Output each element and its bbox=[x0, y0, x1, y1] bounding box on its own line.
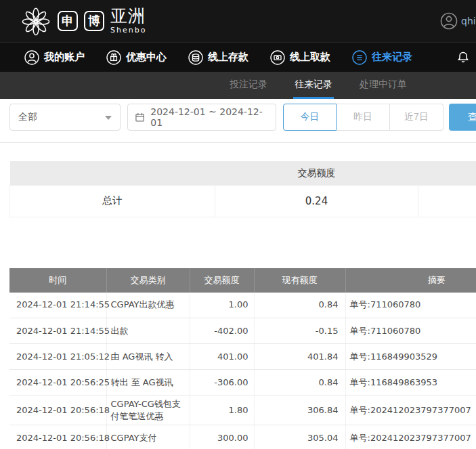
nav-label: 线上取款 bbox=[290, 51, 330, 64]
filter-bar: 全部 2024-12-01 ~ 2024-12-01 今日 昨日 近7日 查询 bbox=[0, 99, 476, 143]
tab-label: 处理中订单 bbox=[360, 79, 407, 91]
nav-item-my-account[interactable]: 我的账户 bbox=[24, 50, 85, 65]
cell-type: 出款 bbox=[106, 318, 190, 344]
cell-balance: 401.84 bbox=[254, 344, 345, 370]
cell-time: 2024-12-01 21:05:12 bbox=[9, 344, 106, 370]
withdraw-banknote-icon bbox=[270, 50, 285, 65]
col-header-type: 交易类别 bbox=[106, 268, 190, 293]
cell-balance: 0.84 bbox=[254, 293, 345, 318]
table-row: 2024-12-01 21:05:12 由 AG视讯 转入 401.00 401… bbox=[9, 344, 476, 370]
tab-label: 投注记录 bbox=[230, 79, 267, 91]
records-section: 时间 交易类别 交易额度 现有额度 摘要 2024-12-01 21:14:55… bbox=[9, 268, 476, 449]
calendar-icon bbox=[135, 112, 145, 123]
quick-date-group: 今日 昨日 近7日 bbox=[283, 104, 443, 131]
records-table: 时间 交易类别 交易额度 现有额度 摘要 2024-12-01 21:14:55… bbox=[9, 268, 476, 449]
cell-summary: 单号:116849863953 bbox=[345, 370, 476, 395]
top-brand-bar: 申 博 亚洲 Shenbo qhi bbox=[0, 0, 476, 42]
cell-summary: 单号:202412023797377007 bbox=[345, 395, 476, 425]
cell-balance: -0.15 bbox=[254, 318, 345, 344]
logo-char-shen: 申 bbox=[58, 11, 78, 31]
summary-header-row: 交易额度 bbox=[10, 161, 476, 186]
col-header-time: 时间 bbox=[9, 268, 106, 293]
summary-empty-cell bbox=[418, 186, 476, 217]
cell-balance: 306.84 bbox=[254, 395, 345, 425]
summary-header-empty bbox=[418, 161, 476, 186]
logo-char-bo: 博 bbox=[84, 11, 104, 31]
search-button[interactable]: 查询 bbox=[449, 104, 476, 131]
tab-label: 往来记录 bbox=[295, 79, 332, 91]
nav-label: 我的账户 bbox=[44, 51, 85, 64]
user-icon bbox=[24, 50, 39, 65]
cell-amount: -306.00 bbox=[190, 370, 254, 395]
nav-item-deposit[interactable]: 线上存款 bbox=[188, 50, 248, 65]
nav-label: 往来记录 bbox=[372, 51, 412, 64]
col-header-summary: 摘要 bbox=[345, 268, 476, 293]
cell-type: 由 AG视讯 转入 bbox=[106, 344, 190, 370]
brand-logo[interactable]: 申 博 亚洲 Shenbo bbox=[20, 5, 146, 37]
table-row: 2024-12-01 20:56:18 CGPAY支付 300.00 305.0… bbox=[9, 425, 476, 449]
today-button[interactable]: 今日 bbox=[283, 104, 337, 131]
logo-region-text: 亚洲 bbox=[110, 7, 146, 25]
summary-total-label: 总计 bbox=[10, 186, 215, 217]
summary-total-value: 0.24 bbox=[215, 186, 418, 217]
nav-item-transaction-records[interactable]: 往来记录 bbox=[352, 50, 412, 65]
records-header-row: 时间 交易类别 交易额度 现有额度 摘要 bbox=[9, 268, 476, 293]
summary-total-row: 总计 0.24 bbox=[10, 186, 476, 217]
cell-amount: -402.00 bbox=[190, 318, 254, 344]
table-row: 2024-12-01 20:56:25 转出 至 AG视讯 -306.00 0.… bbox=[9, 370, 476, 395]
nav-label: 线上存款 bbox=[208, 51, 248, 64]
records-list-icon bbox=[352, 50, 367, 65]
yesterday-button[interactable]: 昨日 bbox=[337, 104, 390, 131]
cell-type: CGPAY支付 bbox=[106, 425, 190, 449]
main-nav: 我的账户 优惠中心 线上存款 bbox=[0, 42, 476, 72]
account-menu[interactable]: qhi bbox=[440, 0, 476, 42]
tab-processing-orders[interactable]: 处理中订单 bbox=[358, 72, 408, 99]
deposit-coins-icon bbox=[188, 50, 203, 65]
table-row: 2024-12-01 20:56:18 CGPAY-CG钱包支付笔笔送优惠 1.… bbox=[9, 395, 476, 425]
cell-amount: 1.00 bbox=[190, 293, 254, 318]
cell-amount: 1.80 bbox=[190, 395, 254, 425]
gift-icon bbox=[106, 50, 121, 65]
cell-time: 2024-12-01 20:56:18 bbox=[9, 425, 106, 449]
notifications-button[interactable] bbox=[455, 49, 471, 68]
cell-summary: 单号:711060780 bbox=[345, 293, 476, 318]
summary-table: 交易额度 总计 0.24 bbox=[9, 161, 476, 217]
cell-summary: 单号:116849903529 bbox=[345, 344, 476, 370]
type-select[interactable]: 全部 bbox=[9, 104, 121, 131]
date-range-input[interactable]: 2024-12-01 ~ 2024-12-01 bbox=[127, 104, 276, 131]
table-row: 2024-12-01 21:14:55 出款 -402.00 -0.15 单号:… bbox=[9, 318, 476, 344]
page: 申 博 亚洲 Shenbo qhi bbox=[0, 0, 476, 449]
cell-summary: 单号:711060780 bbox=[345, 318, 476, 344]
col-header-balance: 现有额度 bbox=[254, 268, 345, 293]
col-header-amount: 交易额度 bbox=[190, 268, 254, 293]
cell-balance: 305.04 bbox=[254, 425, 345, 449]
nav-item-promotions[interactable]: 优惠中心 bbox=[106, 50, 167, 65]
cell-amount: 401.00 bbox=[190, 344, 254, 370]
nav-item-withdraw[interactable]: 线上取款 bbox=[270, 50, 330, 65]
user-avatar-icon bbox=[440, 12, 458, 30]
cell-time: 2024-12-01 20:56:18 bbox=[9, 395, 106, 425]
chevron-down-icon bbox=[105, 116, 112, 120]
table-row: 2024-12-01 21:14:55 CGPAY出款优惠 1.00 0.84 … bbox=[9, 293, 476, 318]
logo-subtitle: Shenbo bbox=[110, 26, 146, 35]
cell-summary: 单号:202412023797377007 bbox=[345, 425, 476, 449]
flower-logo-icon bbox=[20, 5, 51, 37]
summary-header-empty bbox=[10, 161, 215, 186]
summary-header-amount: 交易额度 bbox=[215, 161, 418, 186]
cell-type: CGPAY出款优惠 bbox=[106, 293, 190, 318]
tab-betting-records[interactable]: 投注记录 bbox=[228, 72, 269, 99]
summary-section: 交易额度 总计 0.24 bbox=[9, 161, 476, 217]
record-tabs: 投注记录 往来记录 处理中订单 bbox=[0, 72, 476, 99]
tab-transaction-records[interactable]: 往来记录 bbox=[293, 72, 334, 99]
cell-balance: 0.84 bbox=[254, 370, 345, 395]
bell-icon bbox=[455, 49, 471, 66]
nav-label: 优惠中心 bbox=[126, 51, 167, 64]
cell-type: CGPAY-CG钱包支付笔笔送优惠 bbox=[106, 395, 190, 425]
date-range-value: 2024-12-01 ~ 2024-12-01 bbox=[150, 106, 269, 128]
cell-type: 转出 至 AG视讯 bbox=[106, 370, 190, 395]
type-select-value: 全部 bbox=[18, 111, 37, 123]
cell-amount: 300.00 bbox=[190, 425, 254, 449]
last-7-days-button[interactable]: 近7日 bbox=[390, 104, 443, 131]
cell-time: 2024-12-01 21:14:55 bbox=[9, 293, 106, 318]
cell-time: 2024-12-01 21:14:55 bbox=[9, 318, 106, 344]
